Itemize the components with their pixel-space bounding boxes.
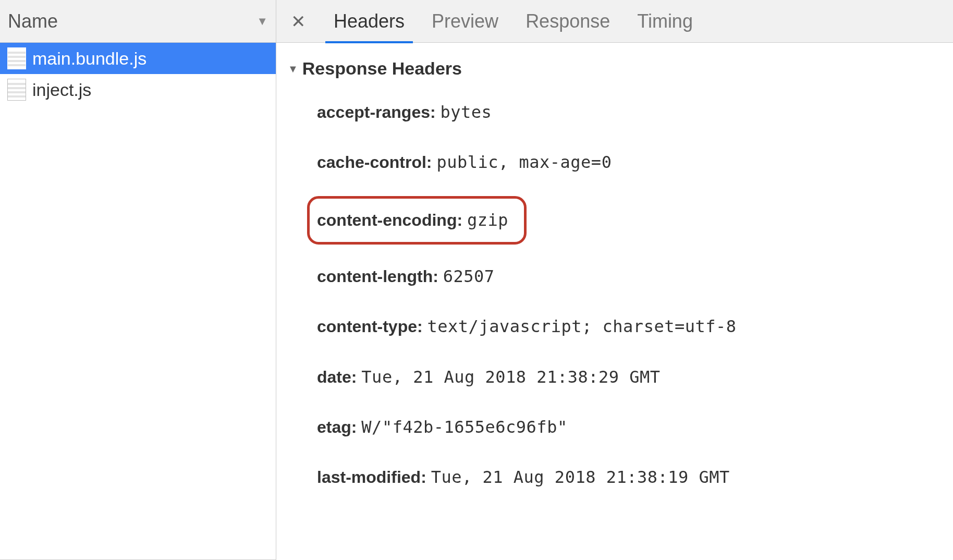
header-row: cache-control: public, max-age=0	[317, 146, 943, 178]
header-value: bytes	[441, 102, 492, 122]
network-file-panel: Name ▼ main.bundle.jsinject.js	[0, 0, 276, 560]
disclosure-triangle-icon[interactable]: ▼	[288, 62, 298, 76]
file-item[interactable]: inject.js	[0, 74, 276, 105]
response-headers-list: accept-ranges: bytescache-control: publi…	[288, 96, 943, 494]
header-value: public, max-age=0	[436, 152, 612, 172]
header-value: 62507	[443, 266, 495, 286]
file-icon	[7, 79, 26, 101]
tab-headers[interactable]: Headers	[320, 0, 418, 43]
response-headers-title: Response Headers	[302, 56, 462, 81]
header-key: content-type:	[317, 317, 423, 336]
header-row: content-length: 62507	[317, 260, 943, 293]
close-icon[interactable]: ✕	[286, 11, 311, 32]
file-name: main.bundle.js	[32, 48, 146, 69]
file-name: inject.js	[32, 80, 91, 100]
response-headers-section-header[interactable]: ▼ Response Headers	[288, 56, 943, 81]
header-value: W/"f42b-1655e6c96fb"	[361, 417, 567, 437]
header-value: Tue, 21 Aug 2018 21:38:19 GMT	[431, 467, 730, 487]
details-tabs-bar: ✕ HeadersPreviewResponseTiming	[276, 0, 953, 43]
details-panel: ✕ HeadersPreviewResponseTiming ▼ Respons…	[276, 0, 953, 560]
header-value: text/javascript; charset=utf-8	[427, 316, 737, 336]
header-key: content-length:	[317, 267, 438, 286]
header-row: last-modified: Tue, 21 Aug 2018 21:38:19…	[317, 461, 943, 493]
header-row: etag: W/"f42b-1655e6c96fb"	[317, 411, 943, 443]
header-value: gzip	[467, 210, 508, 230]
header-key: date:	[317, 368, 357, 386]
name-column-title: Name	[8, 10, 58, 32]
file-item[interactable]: main.bundle.js	[0, 43, 276, 74]
header-value: Tue, 21 Aug 2018 21:38:29 GMT	[361, 367, 660, 387]
name-column-header[interactable]: Name ▼	[0, 0, 276, 43]
tab-timing[interactable]: Timing	[624, 0, 706, 43]
file-list: main.bundle.jsinject.js	[0, 43, 276, 560]
header-key: cache-control:	[317, 153, 432, 172]
header-row: accept-ranges: bytes	[317, 96, 943, 128]
header-row: content-type: text/javascript; charset=u…	[317, 310, 943, 343]
sort-indicator-icon: ▼	[256, 15, 268, 28]
highlighted-header: content-encoding: gzip	[307, 196, 527, 244]
header-key: content-encoding:	[317, 211, 462, 229]
header-key: accept-ranges:	[317, 103, 436, 121]
header-row: content-encoding: gzip	[317, 204, 508, 236]
headers-content: ▼ Response Headers accept-ranges: bytesc…	[276, 43, 953, 560]
header-key: etag:	[317, 418, 357, 436]
header-row: date: Tue, 21 Aug 2018 21:38:29 GMT	[317, 361, 943, 393]
header-key: last-modified:	[317, 468, 426, 486]
tab-response[interactable]: Response	[512, 0, 624, 43]
tab-preview[interactable]: Preview	[418, 0, 512, 43]
file-icon	[7, 47, 26, 69]
